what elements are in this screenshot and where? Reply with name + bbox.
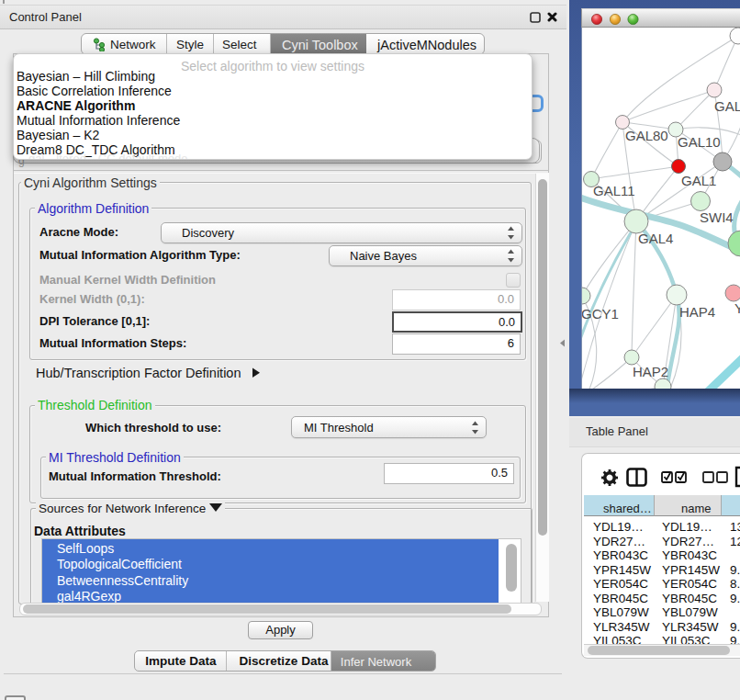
svg-text:GAL4: GAL4 bbox=[638, 231, 673, 246]
svg-text:HAP4: HAP4 bbox=[679, 304, 715, 320]
svg-text:Y: Y bbox=[734, 300, 740, 316]
svg-text:GAL1: GAL1 bbox=[681, 173, 716, 188]
svg-text:SWI4: SWI4 bbox=[700, 209, 734, 225]
svg-text:HAP2: HAP2 bbox=[633, 364, 668, 379]
svg-text:GAL: GAL bbox=[714, 98, 740, 114]
svg-text:GAL80: GAL80 bbox=[625, 128, 668, 143]
svg-text:GAL10: GAL10 bbox=[678, 134, 721, 150]
svg-text:GCY1: GCY1 bbox=[582, 306, 619, 322]
svg-text:GAL11: GAL11 bbox=[593, 183, 635, 198]
